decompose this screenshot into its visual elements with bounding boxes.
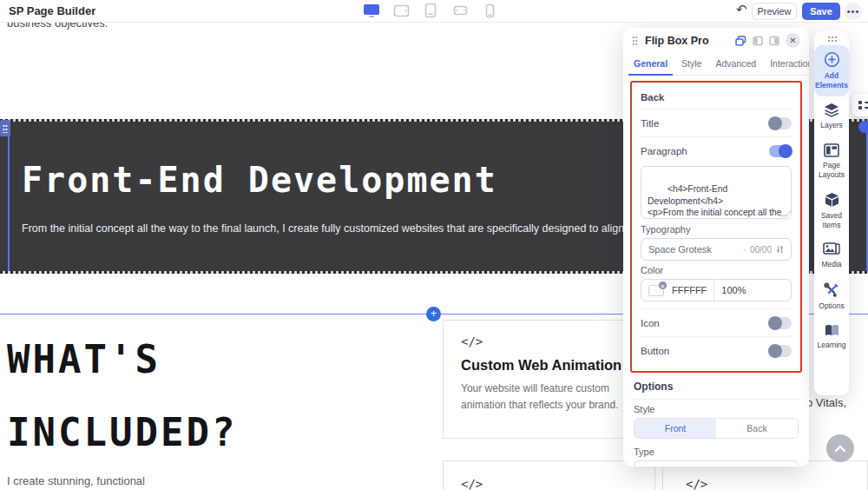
tab-general[interactable]: General xyxy=(627,53,674,75)
close-icon[interactable]: ✕ xyxy=(786,33,800,48)
card-body: Your website will feature custom animati… xyxy=(461,381,625,414)
sidebar-item-label: Page Layouts xyxy=(815,161,848,179)
code-icon: </> xyxy=(686,477,845,490)
device-preview-switcher xyxy=(363,3,498,17)
sidebar-item-media[interactable]: Media xyxy=(814,236,849,276)
tablet-icon[interactable] xyxy=(422,3,439,17)
panel-header: Flip Box Pro ✕ xyxy=(623,28,809,53)
title-toggle[interactable] xyxy=(769,117,792,129)
paragraph-toggle[interactable] xyxy=(769,145,792,157)
scroll-to-top-button[interactable] xyxy=(826,434,854,462)
typography-settings-icon[interactable] xyxy=(776,245,784,254)
style-front-option[interactable]: Front xyxy=(635,419,716,438)
mobile-icon[interactable] xyxy=(481,3,498,17)
included-subtext[interactable]: I create stunning, functional xyxy=(7,474,145,487)
color-input[interactable]: ✕ FFFFFF 100% xyxy=(641,279,792,301)
list-options-icon xyxy=(858,100,868,110)
style-segmented-control: Front Back xyxy=(634,418,799,439)
sidebar-item-add-elements[interactable]: Add Elements xyxy=(814,45,849,96)
section-edit-handle[interactable] xyxy=(858,121,868,133)
page-layouts-icon xyxy=(824,143,839,157)
mobile-landscape-icon[interactable] xyxy=(451,3,469,17)
element-options-button[interactable] xyxy=(852,94,868,116)
options-section-heading: Options xyxy=(630,373,802,400)
paragraph-label: Paragraph xyxy=(641,146,687,156)
desktop-icon[interactable] xyxy=(363,3,380,17)
sidebar-item-label: Saved Items xyxy=(815,211,848,229)
sidebar-item-label: Learning xyxy=(817,341,845,350)
clear-color-icon[interactable]: ✕ xyxy=(658,281,667,290)
panel-tabs: General Style Advanced Interaction xyxy=(623,53,809,76)
page-text-fragment: o Vitals, xyxy=(806,396,846,409)
sidebar-item-learning[interactable]: Learning xyxy=(814,318,849,357)
paragraph-textarea-value: <h4>Front-End Development</h4> <p>From t… xyxy=(648,184,784,219)
sidebar-item-label: Layers xyxy=(820,121,843,130)
tab-style[interactable]: Style xyxy=(674,53,708,75)
dock-right-icon[interactable] xyxy=(769,36,779,46)
flip-box-pro-panel: Flip Box Pro ✕ General Style Advanced In… xyxy=(623,28,809,467)
dock-left-icon[interactable] xyxy=(753,36,763,46)
button-label: Button xyxy=(641,346,669,356)
color-swatch[interactable]: ✕ xyxy=(648,285,664,296)
panel-drag-handle-icon[interactable] xyxy=(632,36,638,45)
type-select[interactable]: Image xyxy=(634,460,799,467)
cube-icon xyxy=(824,192,840,208)
tab-interaction[interactable]: Interaction xyxy=(763,53,809,75)
add-row-button[interactable]: + xyxy=(426,307,441,321)
sidebar-item-saved-items[interactable]: Saved Items xyxy=(814,186,849,236)
tab-advanced[interactable]: Advanced xyxy=(708,53,763,75)
top-toolbar: SP Page Builder ↶ ↷ Preview Save ••• xyxy=(0,0,868,23)
chevron-up-icon xyxy=(834,445,846,453)
style-back-option[interactable]: Back xyxy=(716,419,798,438)
code-icon: </> xyxy=(461,334,625,348)
tools-icon xyxy=(824,282,839,298)
typography-meta: 00/00 xyxy=(750,245,772,255)
builder-sidebar: Add Elements Layers Page Layouts Saved I… xyxy=(814,31,849,395)
panel-title: Flip Box Pro xyxy=(645,35,735,47)
sidebar-item-label: Options xyxy=(819,301,844,311)
laptop-icon[interactable] xyxy=(392,3,410,17)
color-opacity-value[interactable]: 100% xyxy=(721,285,746,295)
icon-toggle[interactable] xyxy=(769,317,792,329)
feature-card-custom-web-animation[interactable]: </> Custom Web Animation Your website wi… xyxy=(443,320,643,439)
sidebar-item-layers[interactable]: Layers xyxy=(814,96,849,137)
drag-dots-icon xyxy=(3,124,8,133)
more-options-button[interactable]: ••• xyxy=(845,3,862,20)
color-label: Color xyxy=(641,265,792,275)
app-title: SP Page Builder xyxy=(9,4,95,17)
code-icon: </> xyxy=(461,477,637,490)
duplicate-icon[interactable] xyxy=(735,36,746,46)
plus-circle-icon xyxy=(824,51,840,68)
feature-card[interactable]: </> xyxy=(443,460,655,490)
sidebar-drag-handle-icon[interactable] xyxy=(827,36,837,42)
included-heading[interactable]: WHAT'S INCLUDED? xyxy=(7,323,237,469)
book-icon xyxy=(824,324,840,337)
sidebar-item-options[interactable]: Options xyxy=(814,276,849,318)
typography-dot: · xyxy=(743,245,746,255)
preview-button[interactable]: Preview xyxy=(752,3,797,20)
media-icon xyxy=(823,242,840,256)
back-section-heading: Back xyxy=(641,92,665,103)
icon-label: Icon xyxy=(641,318,660,328)
section-drag-handle[interactable] xyxy=(0,120,10,136)
sidebar-item-label: Add Elements xyxy=(815,71,848,89)
layers-icon xyxy=(823,103,840,117)
undo-button[interactable]: ↶ xyxy=(736,2,747,17)
type-label: Type xyxy=(634,447,799,457)
style-label: Style xyxy=(634,404,799,414)
title-label: Title xyxy=(641,118,659,129)
section-selection-border xyxy=(8,122,10,271)
sidebar-item-label: Media xyxy=(821,260,841,269)
typography-value: Space Grotesk xyxy=(648,244,712,255)
paragraph-textarea[interactable]: <h4>Front-End Development</h4> <p>From t… xyxy=(641,166,792,219)
button-toggle[interactable] xyxy=(769,345,792,357)
card-title: Custom Web Animation xyxy=(461,357,625,374)
highlighted-back-settings: Back Title Paragraph <h4>Front-End Devel… xyxy=(630,81,802,373)
typography-label: Typography xyxy=(641,224,792,235)
hero-title[interactable]: Front-End Development xyxy=(22,160,497,200)
save-button[interactable]: Save xyxy=(802,3,840,20)
typography-input[interactable]: Space Grotesk · 00/00 xyxy=(641,238,792,261)
sidebar-item-page-layouts[interactable]: Page Layouts xyxy=(814,137,849,186)
color-hex-value[interactable]: FFFFFF xyxy=(672,285,707,295)
